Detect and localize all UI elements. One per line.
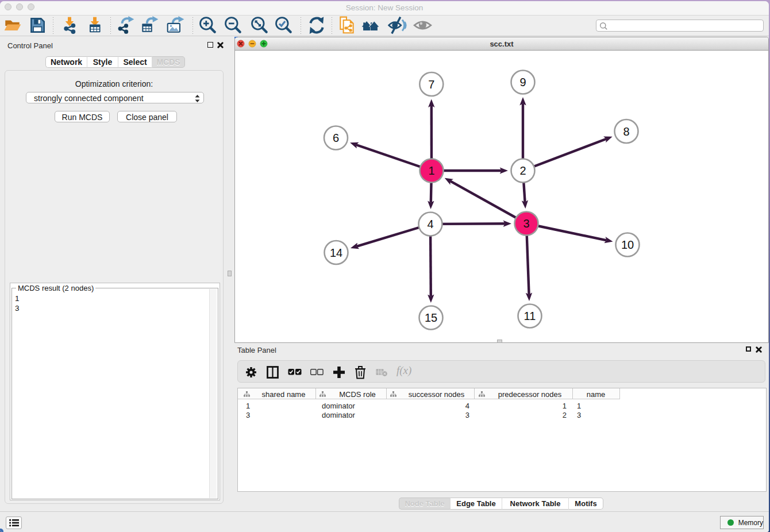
svg-text:9: 9 [519,76,526,88]
svg-text:11: 11 [524,310,536,322]
svg-text:2: 2 [519,164,526,177]
svg-text:1: 1 [428,164,434,177]
svg-text:6: 6 [333,132,339,144]
svg-text:7: 7 [428,78,434,91]
svg-text:14: 14 [330,246,342,259]
svg-text:4: 4 [427,218,433,230]
svg-text:8: 8 [623,125,629,138]
svg-text:10: 10 [621,238,634,251]
svg-text:3: 3 [523,217,529,230]
svg-text:15: 15 [425,311,437,324]
